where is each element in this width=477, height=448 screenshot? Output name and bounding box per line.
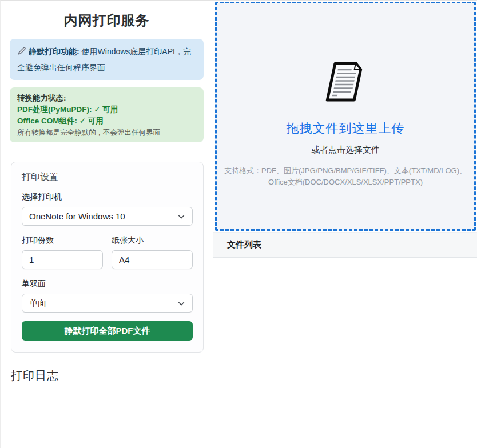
file-list-title: 文件列表 <box>227 239 261 250</box>
file-list-header: 文件列表 <box>213 232 477 258</box>
silent-print-info-banner: 静默打印功能: 使用Windows底层打印API，完全避免弹出任何程序界面 <box>10 39 204 80</box>
file-dropzone[interactable]: 拖拽文件到这里上传 或者点击选择文件 支持格式：PDF、图片(JPG/PNG/B… <box>215 2 476 231</box>
chevron-down-icon <box>177 213 185 221</box>
chevron-down-icon <box>177 299 185 307</box>
print-settings-card: 打印设置 选择打印机 OneNote for Windows 10 打印份数 纸… <box>11 162 204 353</box>
status-pdf-line: PDF处理(PyMuPDF): ✓ 可用 <box>17 104 196 115</box>
paper-size-input[interactable] <box>112 250 193 269</box>
main-panel: 拖拽文件到这里上传 或者点击选择文件 支持格式：PDF、图片(JPG/PNG/B… <box>213 1 477 448</box>
document-icon <box>324 61 367 105</box>
duplex-select-value: 单面 <box>29 298 46 309</box>
pen-icon <box>17 45 26 60</box>
app-root: 内网打印服务 静默打印功能: 使用Windows底层打印API，完全避免弹出任何… <box>0 0 477 448</box>
left-panel: 内网打印服务 静默打印功能: 使用Windows底层打印API，完全避免弹出任何… <box>1 1 213 448</box>
file-list <box>213 258 477 448</box>
conversion-status-banner: 转换能力状态: PDF处理(PyMuPDF): ✓ 可用 Office COM组… <box>10 87 204 142</box>
print-log-title: 打印日志 <box>11 368 213 383</box>
printer-select[interactable]: OneNote for Windows 10 <box>22 207 193 226</box>
status-note: 所有转换都是完全静默的，不会弹出任何界面 <box>17 127 196 138</box>
dropzone-supported-formats: 支持格式：PDF、图片(JPG/PNG/BMP/GIF/TIFF)、文本(TXT… <box>222 165 469 188</box>
duplex-label: 单双面 <box>22 279 193 289</box>
printer-select-value: OneNote for Windows 10 <box>29 211 125 221</box>
duplex-select[interactable]: 单面 <box>22 294 193 313</box>
info-banner-label: 静默打印功能: <box>29 47 80 56</box>
silent-print-all-button[interactable]: 静默打印全部PDF文件 <box>22 321 193 341</box>
print-settings-title: 打印设置 <box>22 171 193 183</box>
copies-label: 打印份数 <box>22 235 103 246</box>
paper-size-label: 纸张大小 <box>112 235 193 246</box>
page-title: 内网打印服务 <box>1 11 213 30</box>
dropzone-title: 拖拽文件到这里上传 <box>287 120 405 137</box>
status-office-line: Office COM组件: ✓ 可用 <box>17 115 196 127</box>
dropzone-subtitle: 或者点击选择文件 <box>311 145 380 155</box>
printer-select-label: 选择打印机 <box>22 192 193 202</box>
status-title: 转换能力状态: <box>17 93 196 104</box>
copies-input[interactable] <box>22 250 103 269</box>
